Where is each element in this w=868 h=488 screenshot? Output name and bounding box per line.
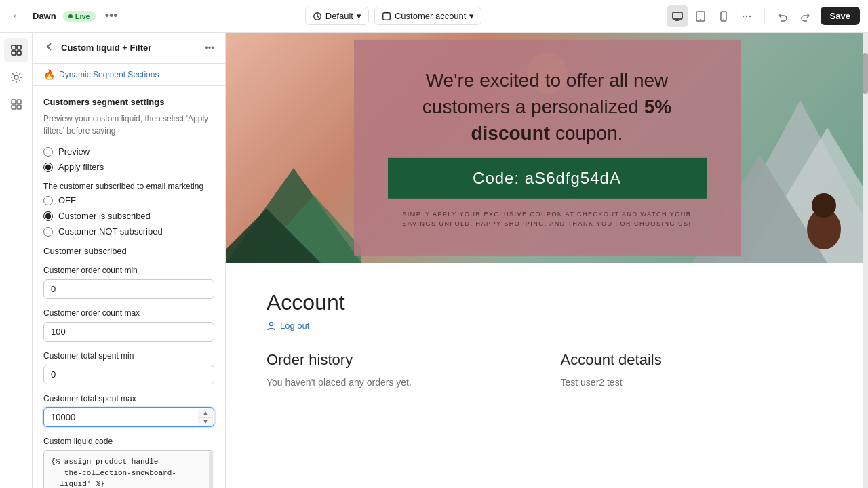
- total-spent-max-wrap: ▲ ▼: [43, 407, 214, 427]
- order-count-min-input[interactable]: [43, 279, 214, 299]
- sidebar-apps-button[interactable]: [4, 92, 28, 117]
- account-section: Account Log out Order history You haven'…: [226, 263, 868, 415]
- panel-header-left: Custom liquid + Filter: [43, 41, 151, 55]
- save-button[interactable]: Save: [821, 7, 860, 25]
- order-count-min-label: Customer order count min: [43, 266, 214, 275]
- preview-radio[interactable]: Preview: [43, 146, 214, 157]
- code-area-wrap: {% assign product_handle = 'the-collecti…: [43, 450, 214, 488]
- subscription-off-input[interactable]: [43, 196, 53, 205]
- total-spent-min-input[interactable]: [43, 365, 214, 384]
- customer-subscribed-status: Customer subscribed: [43, 246, 214, 256]
- device-toolbar: [667, 5, 757, 27]
- panel-more-button[interactable]: •••: [205, 43, 214, 53]
- live-badge: Live: [63, 11, 96, 22]
- apply-filters-radio[interactable]: Apply filters: [43, 162, 214, 172]
- subscription-label: The customer subscribed to email marketi…: [43, 182, 214, 191]
- total-spent-max-input[interactable]: [43, 407, 214, 427]
- store-preview: We're excited to offer all new customers…: [226, 33, 868, 488]
- subscription-subscribed-input[interactable]: [43, 211, 53, 221]
- hero-coupon-box: Code: aS6dfg54dA: [388, 157, 707, 198]
- undo-redo: [772, 5, 816, 27]
- preview-scrollbar-track[interactable]: [863, 33, 868, 488]
- total-spent-max-label: Customer total spent max: [43, 394, 214, 403]
- topbar-left: ← Dawn Live •••: [8, 6, 121, 26]
- tablet-view-button[interactable]: [690, 5, 711, 27]
- subscription-not-subscribed-input[interactable]: [43, 227, 53, 237]
- order-count-max-input[interactable]: [43, 322, 214, 342]
- account-title: Account: [267, 290, 827, 315]
- fire-icon: 🔥: [43, 69, 55, 80]
- logout-link[interactable]: Log out: [267, 321, 827, 331]
- svg-rect-17: [12, 105, 16, 109]
- panel-subtitle[interactable]: 🔥 Dynamic Segment Sections: [33, 64, 225, 86]
- customer-account-selector[interactable]: Customer account ▾: [374, 7, 482, 25]
- topbar: ← Dawn Live ••• Default ▾ Customer accou…: [0, 0, 868, 33]
- topbar-center: Default ▾ Customer account ▾: [305, 7, 482, 25]
- preview-scroll[interactable]: We're excited to offer all new customers…: [226, 33, 868, 488]
- undo-button[interactable]: [772, 5, 793, 27]
- more-view-button[interactable]: [736, 5, 757, 27]
- svg-rect-2: [673, 12, 682, 19]
- subscription-radio-group: OFF Customer is subscribed Customer NOT …: [43, 195, 214, 237]
- panel-subtitle-label: Dynamic Segment Sections: [59, 70, 159, 79]
- total-spent-max-group: Customer total spent max ▲ ▼: [43, 394, 214, 427]
- svg-point-9: [749, 15, 750, 16]
- svg-rect-11: [17, 45, 21, 49]
- svg-point-27: [270, 322, 273, 325]
- order-count-max-group: Customer order count max: [43, 308, 214, 342]
- section-heading: Customers segment settings: [43, 97, 214, 107]
- live-dot: [68, 14, 73, 18]
- sidebar-settings-button[interactable]: [4, 65, 28, 89]
- store-name: Dawn: [33, 11, 56, 21]
- divider: [764, 8, 765, 24]
- svg-point-8: [745, 15, 747, 16]
- main-content: Custom liquid + Filter ••• 🔥 Dynamic Seg…: [0, 33, 868, 488]
- preview-apply-group: Preview Apply filters: [43, 146, 214, 172]
- redo-button[interactable]: [795, 5, 816, 27]
- more-options-button[interactable]: •••: [102, 6, 121, 26]
- svg-point-26: [812, 193, 836, 218]
- total-spent-min-group: Customer total spent min: [43, 351, 214, 384]
- order-count-min-group: Customer order count min: [43, 266, 214, 299]
- svg-rect-12: [12, 51, 16, 55]
- account-details-col: Account details Test user2 test: [561, 351, 828, 388]
- svg-rect-13: [17, 51, 21, 55]
- subscription-subscribed-radio[interactable]: Customer is subscribed: [43, 211, 214, 221]
- order-history-title: Order history: [267, 351, 534, 369]
- subscription-off-radio[interactable]: OFF: [43, 195, 214, 205]
- hero-sub-text: SIMPLY APPLY YOUR EXCLUSIVE COUPON AT CH…: [388, 209, 707, 228]
- order-empty-text: You haven't placed any orders yet.: [267, 377, 534, 388]
- mobile-view-button[interactable]: [713, 5, 734, 27]
- account-grid: Order history You haven't placed any ord…: [267, 351, 827, 388]
- svg-point-4: [700, 18, 701, 20]
- panel-back-button[interactable]: [43, 41, 56, 55]
- total-spent-min-label: Customer total spent min: [43, 351, 214, 361]
- account-details-value: Test user2 test: [561, 377, 828, 388]
- custom-liquid-label: Custom liquid code: [43, 436, 214, 446]
- custom-liquid-textarea[interactable]: {% assign product_handle = 'the-collecti…: [43, 450, 214, 488]
- topbar-right: Save: [667, 5, 860, 27]
- back-button[interactable]: ←: [8, 6, 26, 26]
- svg-rect-16: [17, 100, 21, 104]
- hero-offer-box: We're excited to offer all new customers…: [354, 40, 741, 256]
- preview-scrollbar-thumb[interactable]: [863, 53, 868, 94]
- preview-radio-input[interactable]: [43, 147, 53, 157]
- svg-rect-15: [12, 100, 16, 104]
- section-description: Preview your custom liquid, then select …: [43, 113, 214, 137]
- mountain-left-decoration: [226, 127, 361, 263]
- subscription-not-subscribed-radio[interactable]: Customer NOT subscribed: [43, 226, 214, 237]
- default-selector[interactable]: Default ▾: [305, 7, 369, 25]
- svg-rect-18: [17, 105, 21, 109]
- svg-point-7: [742, 15, 743, 16]
- spinner-up-button[interactable]: ▲: [198, 409, 213, 418]
- spinner-down-button[interactable]: ▼: [198, 418, 213, 426]
- order-count-max-label: Customer order count max: [43, 308, 214, 318]
- subscription-group: The customer subscribed to email marketi…: [43, 182, 214, 256]
- section-title-group: Customers segment settings Preview your …: [43, 97, 214, 137]
- custom-liquid-group: Custom liquid code {% assign product_han…: [43, 436, 214, 488]
- apply-filters-radio-input[interactable]: [43, 163, 53, 172]
- desktop-view-button[interactable]: [667, 5, 688, 27]
- left-panel: Custom liquid + Filter ••• 🔥 Dynamic Seg…: [33, 33, 226, 488]
- sidebar-sections-button[interactable]: [4, 38, 28, 62]
- sidebar-icon-rail: [0, 33, 33, 488]
